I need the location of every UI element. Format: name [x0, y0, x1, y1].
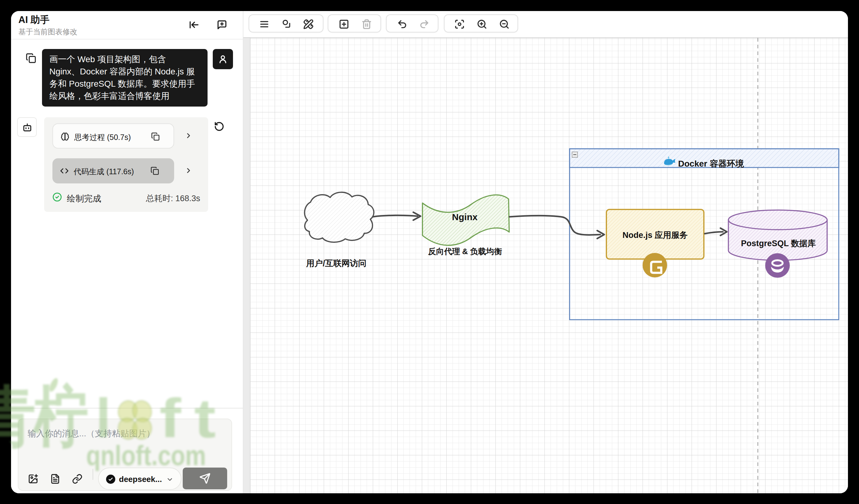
svg-text:Node.js 应用服务: Node.js 应用服务 — [622, 231, 688, 240]
svg-text:用户/互联网访问: 用户/互联网访问 — [306, 259, 367, 268]
svg-text:PostgreSQL 数据库: PostgreSQL 数据库 — [741, 239, 816, 248]
svg-text:Docker 容器环境: Docker 容器环境 — [678, 159, 744, 169]
svg-text:反向代理 & 负载均衡: 反向代理 & 负载均衡 — [428, 247, 502, 256]
svg-text:Nginx: Nginx — [452, 212, 478, 222]
